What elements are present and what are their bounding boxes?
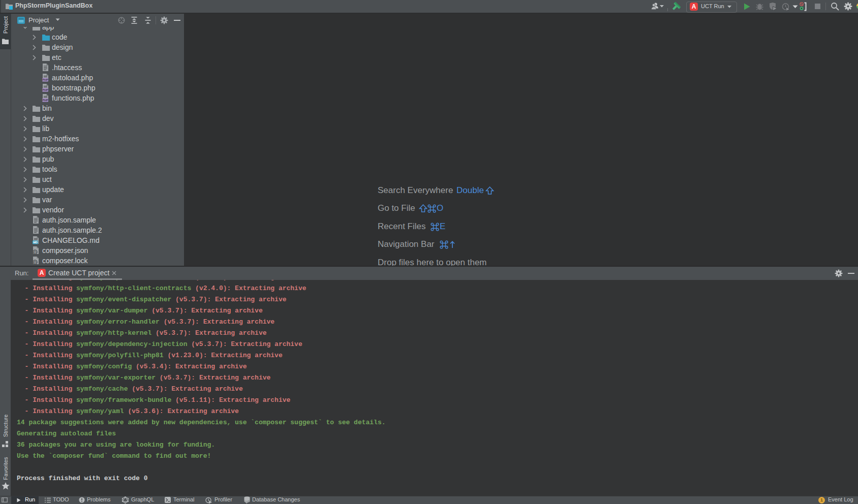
svg-text:PHP: PHP [42, 78, 48, 81]
svg-text:PHP: PHP [42, 88, 48, 91]
svg-text:PHP: PHP [42, 99, 48, 102]
svg-text:{}: {} [33, 261, 37, 264]
svg-text:{}: {} [33, 250, 37, 254]
svg-text:MD: MD [33, 241, 38, 244]
